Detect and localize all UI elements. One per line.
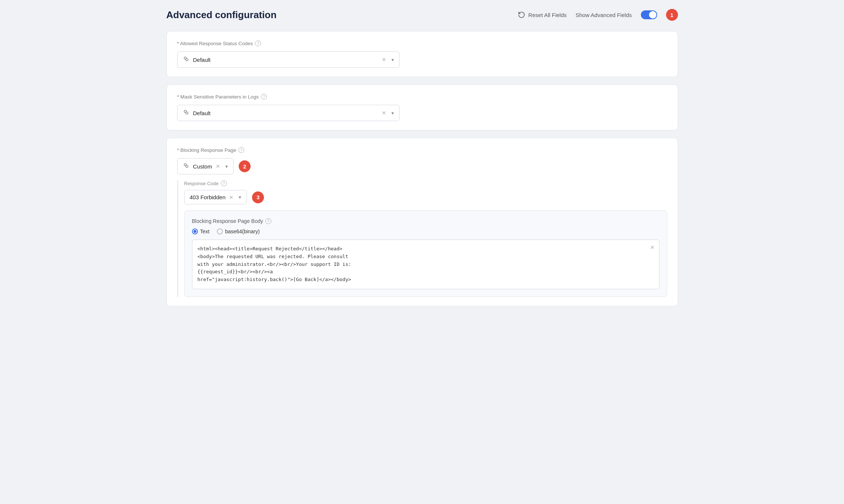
allowed-response-status-codes-card: * Allowed Response Status Codes ? Defaul… (166, 31, 678, 77)
mask-sensitive-parameters-label: * Mask Sensitive Parameters in Logs ? (177, 94, 667, 100)
allowed-response-status-codes-chevron-icon[interactable]: ▾ (391, 57, 394, 63)
mask-sensitive-parameters-card: * Mask Sensitive Parameters in Logs ? De… (166, 84, 678, 130)
mask-sensitive-parameters-value: Default (193, 110, 378, 116)
response-code-badge: 3 (252, 191, 264, 203)
blocking-response-page-label: * Blocking Response Page ? (177, 147, 667, 153)
radio-text-circle (192, 228, 198, 234)
response-code-text: Response Code (184, 181, 219, 186)
blocking-response-page-select[interactable]: Custom ✕ ▾ (177, 158, 234, 174)
mask-sensitive-parameters-select[interactable]: Default ✕ ▾ (177, 105, 400, 121)
blocking-response-page-body-text: Blocking Response Page Body (192, 218, 263, 224)
radio-text-label: Text (200, 228, 210, 234)
page-title: Advanced configuration (166, 9, 277, 21)
blocking-response-page-body-label: Blocking Response Page Body ? (192, 218, 659, 224)
blocking-response-page-body-help-icon[interactable]: ? (265, 218, 271, 224)
reset-icon (518, 11, 525, 19)
select-icon-3 (183, 162, 189, 170)
blocking-response-page-badge: 2 (239, 160, 251, 172)
allowed-response-status-codes-text: * Allowed Response Status Codes (177, 41, 253, 46)
blocking-response-page-clear-icon[interactable]: ✕ (216, 163, 220, 169)
response-code-select[interactable]: 403 Forbidden ✕ ▾ (184, 190, 247, 204)
blocking-response-body-textarea[interactable]: <html><head><title>Request Rejected</tit… (192, 240, 659, 289)
response-code-select-row: 403 Forbidden ✕ ▾ 3 (184, 190, 667, 204)
blocking-response-page-select-row: Custom ✕ ▾ 2 (177, 158, 667, 174)
allowed-response-status-codes-help-icon[interactable]: ? (255, 40, 261, 46)
header-actions: Reset All Fields Show Advanced Fields 1 (518, 9, 678, 21)
mask-sensitive-parameters-chevron-icon[interactable]: ▾ (391, 110, 394, 116)
allowed-response-status-codes-select[interactable]: Default ✕ ▾ (177, 51, 400, 68)
response-code-label: Response Code ? (184, 180, 667, 186)
radio-base64-label: base64(binary) (225, 228, 259, 234)
reset-all-fields-label: Reset All Fields (528, 12, 566, 18)
radio-text[interactable]: Text (192, 228, 210, 234)
blocking-response-page-card: * Blocking Response Page ? Custom ✕ ▾ 2 … (166, 138, 678, 306)
blocking-response-page-value: Custom (193, 163, 212, 170)
response-code-clear-icon[interactable]: ✕ (229, 194, 234, 200)
response-code-value: 403 Forbidden (190, 194, 226, 200)
blocking-response-page-body-section: Blocking Response Page Body ? Text base6… (184, 210, 667, 297)
mask-sensitive-parameters-text: * Mask Sensitive Parameters in Logs (177, 94, 259, 100)
mask-sensitive-parameters-help-icon[interactable]: ? (261, 94, 267, 100)
select-icon-2 (183, 109, 189, 117)
mask-sensitive-parameters-clear-icon[interactable]: ✕ (382, 110, 386, 116)
allowed-response-status-codes-clear-icon[interactable]: ✕ (382, 57, 386, 63)
radio-base64[interactable]: base64(binary) (217, 228, 259, 234)
allowed-response-status-codes-label: * Allowed Response Status Codes ? (177, 40, 667, 46)
page-container: Advanced configuration Reset All Fields … (166, 9, 678, 306)
page-header: Advanced configuration Reset All Fields … (166, 9, 678, 21)
text-area-clear-icon[interactable]: ✕ (650, 244, 655, 250)
radio-group: Text base64(binary) (192, 228, 659, 234)
svg-point-1 (186, 59, 188, 61)
notification-badge: 1 (666, 9, 678, 21)
blocking-response-page-text: * Blocking Response Page (177, 147, 236, 153)
toggle-track (641, 10, 657, 19)
response-code-chevron-icon[interactable]: ▾ (239, 194, 241, 200)
blocking-response-body-textarea-wrapper: <html><head><title>Request Rejected</tit… (192, 240, 659, 289)
blocking-response-page-chevron-icon[interactable]: ▾ (225, 164, 228, 169)
blocking-response-page-help-icon[interactable]: ? (238, 147, 244, 153)
response-code-help-icon[interactable]: ? (221, 180, 227, 186)
blocking-response-page-subsection: Response Code ? 403 Forbidden ✕ ▾ 3 Bloc… (177, 180, 667, 297)
show-advanced-toggle[interactable] (641, 10, 657, 19)
reset-all-fields-button[interactable]: Reset All Fields (518, 11, 566, 19)
radio-base64-circle (217, 228, 223, 234)
svg-point-5 (186, 165, 188, 167)
select-icon-1 (183, 56, 189, 64)
svg-point-3 (186, 112, 188, 114)
allowed-response-status-codes-value: Default (193, 57, 378, 63)
toggle-thumb (649, 11, 656, 19)
show-advanced-fields-label: Show Advanced Fields (576, 12, 632, 18)
